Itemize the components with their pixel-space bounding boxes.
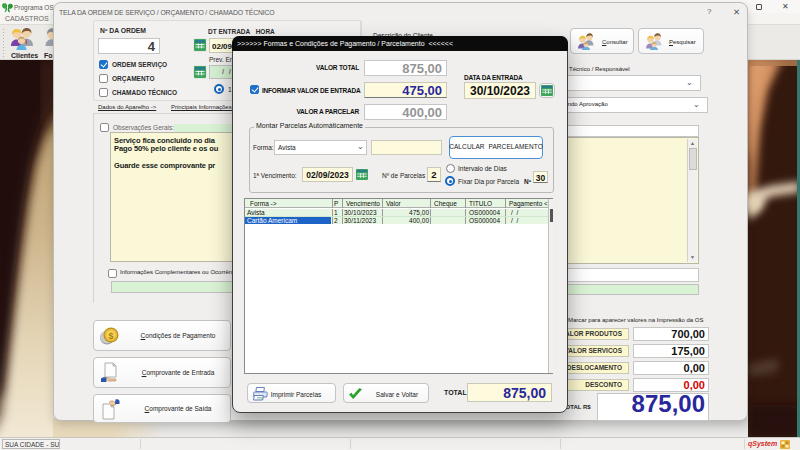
svg-text:$: $: [108, 331, 113, 341]
